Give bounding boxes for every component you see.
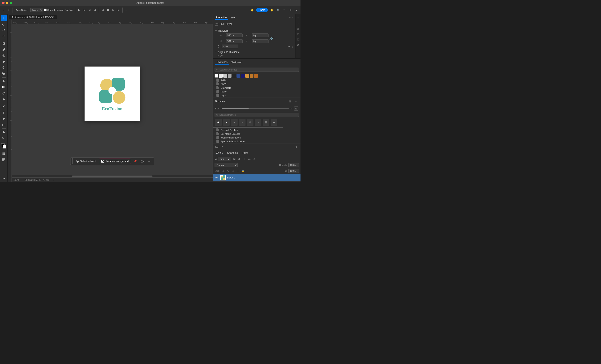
dodge-icon[interactable]	[1, 96, 7, 102]
swatch-white[interactable]	[215, 74, 218, 78]
distribute-bottom-btn[interactable]: ⊡	[111, 8, 115, 12]
more-context-btn[interactable]: ···	[146, 158, 152, 164]
blur-icon[interactable]	[1, 90, 7, 96]
transform-header[interactable]: ▼ Transform	[215, 29, 293, 33]
align-left-btn[interactable]: ⊟	[77, 8, 81, 12]
home-button[interactable]: ⌂	[2, 8, 6, 12]
marquee-tool-icon[interactable]	[1, 21, 7, 27]
lock-position-icon[interactable]: ✎	[226, 169, 230, 173]
h-input[interactable]	[226, 39, 243, 43]
brush-8[interactable]	[270, 119, 277, 126]
circle-icon-btn[interactable]: ◯	[139, 158, 145, 164]
hand-tool-icon[interactable]	[1, 129, 7, 135]
help-icon[interactable]: ?	[282, 8, 287, 12]
arrange-panels-icon[interactable]: ⊞	[288, 8, 293, 12]
props-icon-3[interactable]: ⊞	[296, 26, 301, 31]
brush-group-general[interactable]: › General Brushes	[213, 128, 300, 132]
tab-swatches[interactable]: Swatches	[215, 60, 229, 65]
brush-5[interactable]	[247, 119, 253, 126]
align-center-h-btn[interactable]: ⊠	[82, 8, 87, 12]
crop-tool-icon[interactable]	[1, 40, 7, 46]
tab-properties[interactable]: Properties	[215, 15, 228, 20]
search-global-icon[interactable]: 🔍	[275, 8, 280, 12]
auto-select-dropdown[interactable]: Layer Group	[30, 8, 43, 12]
brushes-search-input[interactable]	[219, 114, 297, 116]
brushes-size-slider[interactable]	[222, 108, 289, 109]
filter-type-icon[interactable]: T	[242, 157, 246, 161]
tab-layers[interactable]: Layers	[215, 151, 224, 155]
show-transform-checkbox[interactable]	[44, 9, 47, 11]
brushes-add-folder-btn[interactable]	[215, 144, 219, 149]
lasso-tool-icon[interactable]	[1, 27, 7, 33]
flip-v-icon[interactable]: ↕	[292, 45, 293, 48]
brush-group-wet[interactable]: › Wet Media Brushes	[213, 136, 300, 140]
rotation-input[interactable]	[222, 45, 238, 48]
select-subject-btn[interactable]: Select subject	[74, 159, 98, 164]
filter-adjust-icon[interactable]: ◑	[237, 157, 241, 161]
scrollbar-thumb-h[interactable]	[72, 175, 152, 177]
status-arrow[interactable]: ›	[53, 179, 54, 181]
props-icon-2[interactable]: ℹ	[296, 20, 301, 26]
brush-7[interactable]	[263, 119, 269, 126]
extra-tool-1[interactable]	[1, 151, 7, 157]
path-selection-icon[interactable]	[1, 116, 7, 122]
props-icon-5[interactable]: ◱	[296, 37, 301, 42]
swatch-group-rgb[interactable]: › RGB	[213, 79, 300, 82]
pen-tool-icon[interactable]	[1, 104, 7, 110]
type-tool-icon[interactable]: T	[1, 110, 7, 116]
layer-visibility-icon[interactable]: 👁	[215, 175, 219, 180]
props-icon-6[interactable]: ✕	[296, 42, 301, 47]
swatch-darkgray[interactable]	[232, 74, 236, 78]
doc-tab-1[interactable]: Test logo.png @ 100% (Layer 1, RGB/8#)	[9, 15, 57, 19]
eyedropper-icon[interactable]	[1, 47, 7, 52]
lock-all-icon[interactable]: ⊞	[221, 169, 225, 173]
brushes-scroll-thumb[interactable]	[213, 127, 283, 128]
distribute-center-v-btn[interactable]: ⊠	[106, 8, 110, 12]
swatch-group-pastel[interactable]: › Pastel	[213, 90, 300, 93]
notification-bell-icon[interactable]: 🔔	[269, 8, 274, 12]
swatch-darkorange[interactable]	[250, 74, 253, 78]
panel-expand-btn[interactable]: >>	[288, 16, 291, 19]
more-options-btn[interactable]: ···	[124, 8, 129, 12]
blend-mode-select[interactable]: Normal Multiply Screen Overlay	[215, 163, 238, 167]
brush-3[interactable]	[231, 119, 238, 126]
swatch-group-cmyk[interactable]: › CMYK	[213, 82, 300, 86]
filter-pixel-icon[interactable]: ▣	[232, 157, 236, 161]
swatches-search-input[interactable]	[219, 68, 297, 71]
brush-6[interactable]	[255, 119, 261, 126]
y-input[interactable]	[252, 39, 269, 43]
tab-paths[interactable]: Paths	[241, 151, 249, 155]
foreground-color[interactable]	[1, 143, 6, 149]
swatch-orange[interactable]	[245, 74, 249, 78]
panel-menu-btn[interactable]: ≡	[292, 16, 293, 19]
remove-background-btn[interactable]: Remove background	[99, 159, 131, 164]
swatch-midgray[interactable]	[228, 74, 231, 78]
brushes-icon-2[interactable]: ≡	[293, 99, 298, 104]
zoom-tool-icon[interactable]	[1, 135, 7, 141]
brushes-search-bar[interactable]	[215, 113, 299, 117]
brush-1[interactable]	[215, 119, 222, 126]
shape-tool-icon[interactable]	[1, 122, 7, 128]
maximize-button[interactable]	[10, 2, 12, 4]
extra-options-btn[interactable]: ···	[1, 175, 7, 181]
brush-group-dry[interactable]: › Dry Media Brushes	[213, 132, 300, 136]
lock-icon[interactable]: 🔒	[241, 169, 245, 173]
brush-group-special[interactable]: › Special Effects Brushes	[213, 140, 300, 143]
swatch-gray[interactable]	[223, 74, 227, 78]
tab-channels[interactable]: Channels	[226, 151, 239, 155]
eraser-icon[interactable]	[1, 78, 7, 84]
filter-smart-icon[interactable]: ⊕	[252, 157, 256, 161]
swatch-darkblue[interactable]	[241, 74, 245, 78]
filter-shape-icon[interactable]: ▭	[247, 157, 251, 161]
notifications-icon[interactable]: 🔔	[250, 8, 255, 12]
layers-filter-select[interactable]: Kind Name Effect	[218, 157, 230, 161]
align-header[interactable]: ▼ Align and Distribute	[215, 50, 293, 54]
pin-icon-btn[interactable]: 📌	[132, 158, 138, 164]
props-icon-4[interactable]: ✏	[296, 31, 301, 36]
quick-select-icon[interactable]	[1, 33, 7, 39]
settings-btn[interactable]: ⚙	[294, 8, 299, 12]
move-tool-btn[interactable]: ✛	[7, 8, 11, 12]
w-input[interactable]	[226, 33, 243, 37]
share-button[interactable]: Share	[256, 8, 268, 12]
canvas-scrollbar-h[interactable]	[12, 175, 213, 177]
